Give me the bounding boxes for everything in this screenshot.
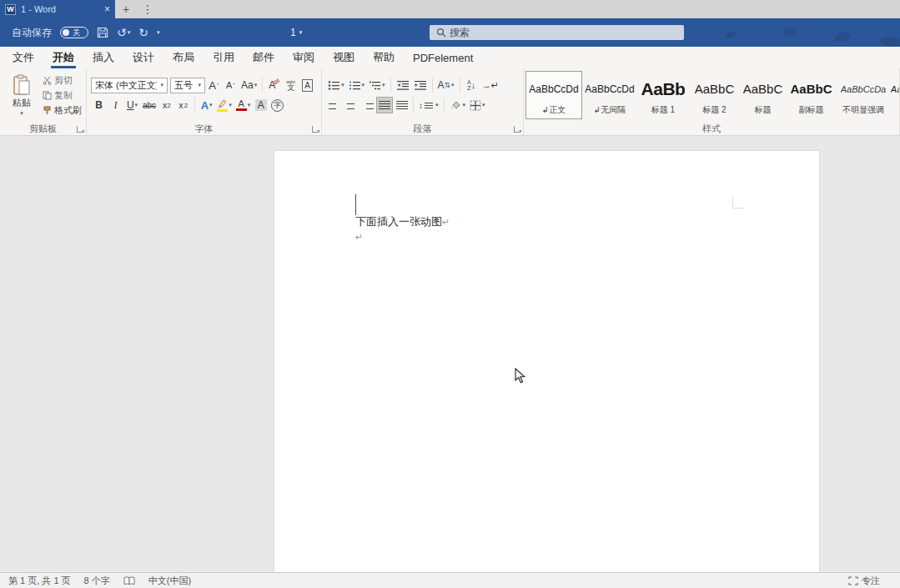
borders-button[interactable]: ▾ — [468, 97, 487, 113]
search-input[interactable]: 搜索 — [430, 25, 684, 40]
copy-icon — [43, 91, 52, 100]
document-empty-line[interactable]: ↵ — [355, 230, 363, 243]
align-center-button[interactable] — [343, 97, 359, 113]
style-normal[interactable]: AaBbCcDd ↲正文 — [525, 71, 582, 119]
decrease-indent-icon — [396, 80, 410, 91]
bullets-button[interactable]: ▾ — [326, 77, 346, 93]
clear-formatting-button[interactable]: A — [266, 77, 282, 93]
character-shading-button[interactable]: A — [253, 97, 269, 113]
divider — [432, 78, 433, 93]
font-name-combo[interactable]: 宋体 (中文正文) ▾ — [91, 78, 168, 93]
asian-layout-button[interactable]: A⇅ ▾ — [436, 77, 456, 93]
format-painter-button[interactable]: 格式刷 — [43, 104, 82, 117]
clipboard-dialog-launcher[interactable] — [77, 126, 83, 133]
strikethrough-button[interactable]: abc — [141, 97, 158, 113]
underline-button[interactable]: U ▾ — [124, 97, 140, 113]
tab-view[interactable]: 视图 — [324, 47, 364, 68]
copy-label: 复制 — [54, 89, 73, 102]
document-text-line[interactable]: 下面插入一张动图↵ — [355, 214, 450, 229]
redo-icon: ↻ — [138, 26, 148, 39]
font-dialog-launcher[interactable] — [312, 126, 319, 133]
increase-indent-button[interactable] — [412, 77, 429, 93]
customize-qat-button[interactable]: ▾ — [157, 29, 160, 36]
superscript-button[interactable]: x2 — [175, 97, 191, 113]
align-right-button[interactable] — [359, 97, 375, 113]
paragraph-dialog-launcher[interactable] — [514, 126, 520, 133]
change-case-button[interactable]: Aa ▾ — [239, 77, 259, 93]
tab-mailings[interactable]: 邮件 — [244, 47, 284, 68]
show-hide-marks-button[interactable]: →↵ — [480, 77, 500, 93]
subscript-button[interactable]: x2 — [158, 97, 174, 113]
tab-file[interactable]: 文件 — [3, 47, 43, 68]
style-label: 标题 2 — [702, 104, 726, 116]
chevron-down-icon: ▾ — [341, 82, 344, 88]
justify-button[interactable] — [376, 97, 393, 113]
numbering-button[interactable]: ▾ — [347, 77, 367, 93]
styles-group: AaBbCcDd ↲正文 AaBbCcDd ↲无间隔 AaBb 标题 1 AaB… — [524, 68, 900, 135]
distribute-button[interactable] — [394, 97, 410, 113]
style-title[interactable]: AaBbC 标题 — [740, 71, 786, 119]
line-spacing-button[interactable]: ↕ ▾ — [417, 97, 440, 113]
font-color-button[interactable]: A ▾ — [234, 97, 253, 113]
align-left-button[interactable] — [326, 97, 342, 113]
shrink-font-button[interactable]: Aˇ — [223, 77, 239, 93]
style-subtitle[interactable]: AaBbC 副标题 — [787, 71, 835, 119]
document-name-dropdown[interactable]: 1 ▾ — [290, 18, 302, 47]
phonetic-guide-button[interactable]: wén文 — [283, 77, 299, 93]
redo-button[interactable]: ↻ — [138, 26, 148, 39]
grow-font-button[interactable]: Aˆ — [206, 77, 222, 93]
down-arrow-icon: ↓ — [471, 80, 476, 90]
tab-home[interactable]: 开始 — [43, 47, 83, 68]
chevron-down-icon: ▾ — [463, 102, 466, 108]
multilevel-list-button[interactable]: ▾ — [367, 77, 387, 93]
workspace: 下面插入一张动图↵ ↵ — [0, 136, 900, 572]
page-number-status[interactable]: 第 1 页, 共 1 页 — [8, 575, 71, 587]
decorative-shape — [879, 35, 900, 47]
cut-button[interactable]: 剪切 — [43, 74, 82, 87]
undo-button[interactable]: ↺ ▾ — [117, 26, 130, 39]
style-heading-2[interactable]: AaBbC 标题 2 — [691, 71, 738, 119]
increase-indent-icon — [414, 80, 427, 91]
tab-references[interactable]: 引用 — [204, 47, 244, 68]
style-no-spacing[interactable]: AaBbCcDd ↲无间隔 — [584, 71, 636, 119]
enclose-characters-button[interactable]: 字 — [269, 97, 285, 113]
font-size-combo[interactable]: 五号 ▾ — [170, 78, 205, 93]
bold-button[interactable]: B — [91, 97, 107, 113]
chevron-down-icon: ▾ — [229, 102, 232, 108]
tab-review[interactable]: 审阅 — [284, 47, 324, 68]
superscript-mark: 2 — [184, 102, 188, 109]
chevron-down-icon: ▾ — [20, 110, 23, 117]
shading-button[interactable]: ▾ — [448, 97, 468, 113]
save-button[interactable] — [97, 27, 108, 38]
tab-insert[interactable]: 插入 — [83, 47, 123, 68]
word-window: W 1 - Word × + ⋮ 自动保存 关 ↺ ▾ ↻ ▾ — [0, 0, 900, 588]
tab-design[interactable]: 设计 — [123, 47, 163, 68]
language-status[interactable]: 中文(中国) — [148, 575, 191, 587]
cut-label: 剪切 — [54, 74, 73, 87]
document-page[interactable]: 下面插入一张动图↵ ↵ — [274, 150, 820, 572]
style-subtle-emphasis[interactable]: AaBbCcDa 不明显强调 — [837, 71, 890, 119]
highlight-button[interactable]: ▾ — [215, 97, 234, 113]
italic-button[interactable]: I — [108, 97, 123, 113]
document-tab[interactable]: W 1 - Word × — [0, 0, 115, 18]
word-count-status[interactable]: 8 个字 — [84, 575, 110, 587]
tab-layout[interactable]: 布局 — [163, 47, 204, 68]
tab-help[interactable]: 帮助 — [364, 47, 404, 68]
decrease-indent-button[interactable] — [395, 77, 411, 93]
style-heading-1[interactable]: AaBb 标题 1 — [637, 71, 689, 119]
tab-pdfelement[interactable]: PDFelement — [404, 47, 482, 68]
style-emphasis[interactable]: AaBbCcDd 强调 — [892, 71, 899, 119]
close-tab-icon[interactable]: × — [104, 3, 110, 15]
text-effects-button[interactable]: A ▾ — [199, 97, 214, 113]
paste-button[interactable]: 粘贴 ▾ — [4, 74, 39, 117]
new-tab-button[interactable]: + — [115, 0, 137, 18]
autosave-toggle[interactable]: 关 — [60, 27, 88, 38]
character-border-button[interactable]: A — [299, 77, 315, 93]
focus-mode-button[interactable]: 专注 — [848, 575, 880, 587]
proofing-book-icon[interactable] — [123, 576, 135, 585]
decorative-shape — [725, 30, 737, 38]
distribute-icon — [396, 101, 408, 109]
tab-menu-button[interactable]: ⋮ — [137, 0, 158, 18]
sort-button[interactable]: AZ ↓ — [464, 77, 480, 93]
copy-button[interactable]: 复制 — [43, 89, 82, 102]
